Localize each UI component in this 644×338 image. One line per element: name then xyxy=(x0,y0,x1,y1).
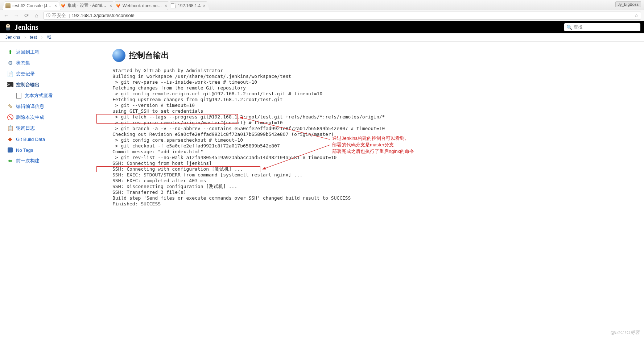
jenkins-favicon-icon xyxy=(5,3,11,8)
gitlab-favicon-icon xyxy=(61,3,66,8)
crumb-build[interactable]: #2 xyxy=(46,35,51,40)
term-icon: ≻_ xyxy=(7,81,14,88)
reload-icon[interactable]: ⟳ xyxy=(23,12,30,19)
insecure-label: 不安全 xyxy=(52,12,66,19)
sidebar: ⬆返回到工程⚙状态集📄变更记录≻_控制台输出文本方式查看✎编辑编译信息🚫删除本次… xyxy=(0,42,102,214)
search-icon: 🔍 xyxy=(566,25,572,30)
browser-tab[interactable]: 集成 · 设置 · Administrat× xyxy=(57,1,116,10)
svg-point-2 xyxy=(7,25,8,26)
content-area: 控制台输出 Started by GitLab push by Administ… xyxy=(102,42,396,214)
home-icon[interactable]: ⌂ xyxy=(33,12,40,18)
sidebar-item-label: 状态集 xyxy=(16,60,30,66)
jenkins-header: Jenkins 🔍 xyxy=(0,21,644,33)
build-status-orb-icon xyxy=(112,49,125,62)
omnibox[interactable]: ⓘ 不安全 | 192.168.1.3/job/test/2/console ☆ xyxy=(44,12,641,20)
tab-label: test #2 Console [Jenkin xyxy=(12,3,52,8)
sidebar-item-label: 删除本次生成 xyxy=(16,114,44,121)
tab-close-icon[interactable]: × xyxy=(110,3,112,8)
forward-icon: → xyxy=(13,12,20,18)
jenkins-brand[interactable]: Jenkins xyxy=(15,23,38,32)
git-icon: ◆ xyxy=(7,135,14,143)
page-title: 控制台输出 xyxy=(129,50,169,61)
sidebar-item-label: 轮询日志 xyxy=(16,125,35,132)
sidebar-item-label: 控制台输出 xyxy=(16,82,40,88)
insecure-icon: ⓘ xyxy=(46,12,50,18)
crumb-jenkins[interactable]: Jenkins xyxy=(5,35,20,40)
browser-tab-strip: test #2 Console [Jenkin×集成 · 设置 · Admini… xyxy=(0,0,644,10)
sidebar-item-no-tags[interactable]: No Tags xyxy=(5,145,102,155)
tab-label: 192.168.1.4 xyxy=(178,3,201,8)
svg-point-3 xyxy=(8,25,9,26)
browser-tab[interactable]: Webhook does not wo× xyxy=(112,1,171,10)
clip-icon: 📋 xyxy=(7,125,14,132)
search-input[interactable] xyxy=(574,25,635,30)
sidebar-item-view-as-text[interactable]: 文本方式查看 xyxy=(5,90,102,101)
url-text: 192.168.1.3/job/test/2/console xyxy=(71,13,134,18)
left-icon: ⬅ xyxy=(7,157,14,164)
sidebar-item-label: No Tags xyxy=(16,147,33,153)
sidebar-item-git-build-data[interactable]: ◆Git Build Data xyxy=(5,134,102,145)
browser-tab[interactable]: 192.168.1.4× xyxy=(168,1,209,10)
sidebar-item-label: 变更记录 xyxy=(16,71,35,77)
back-icon[interactable]: ← xyxy=(3,12,9,18)
sidebar-item-changes[interactable]: 📄变更记录 xyxy=(5,68,102,79)
sidebar-item-previous-build[interactable]: ⬅前一次构建 xyxy=(5,155,102,166)
txt-icon xyxy=(15,92,22,99)
sidebar-item-label: 文本方式查看 xyxy=(25,92,53,99)
profile-badge[interactable]: Jy_BigBoss xyxy=(615,1,641,7)
tab-label: Webhook does not wo xyxy=(123,3,162,8)
sidebar-item-back-to-project[interactable]: ⬆返回到工程 xyxy=(5,47,102,58)
annotation-text: 通过Jenkins构建的控制台可以看到,部署的代码分支是master分支部署完成… xyxy=(332,135,414,155)
sidebar-item-status[interactable]: ⚙状态集 xyxy=(5,58,102,68)
tab-close-icon[interactable]: × xyxy=(54,3,57,8)
sidebar-item-edit-build-info[interactable]: ✎编辑编译信息 xyxy=(5,101,102,112)
bookmark-star-icon[interactable]: ☆ xyxy=(634,13,639,18)
gitlab-favicon-icon xyxy=(116,3,121,8)
sidebar-item-label: 前一次构建 xyxy=(16,158,40,164)
pencil-icon: ✎ xyxy=(7,103,14,110)
tab-label: 集成 · 设置 · Administrat xyxy=(67,3,107,9)
svg-rect-1 xyxy=(6,28,10,30)
breadcrumb: Jenkins › test › #2 xyxy=(0,33,644,42)
browser-tab[interactable]: test #2 Console [Jenkin× xyxy=(2,1,61,10)
browser-address-bar: ← → ⟳ ⌂ ⓘ 不安全 | 192.168.1.3/job/test/2/c… xyxy=(0,10,644,21)
tab-close-icon[interactable]: × xyxy=(165,3,167,8)
sidebar-item-polling-log[interactable]: 📋轮询日志 xyxy=(5,123,102,134)
sidebar-item-label: 返回到工程 xyxy=(16,49,40,55)
sidebar-item-label: 编辑编译信息 xyxy=(16,103,44,110)
up-icon: ⬆ xyxy=(7,49,14,56)
crumb-job[interactable]: test xyxy=(30,35,37,40)
jenkins-logo-icon xyxy=(4,23,12,32)
gear-icon: ⚙ xyxy=(7,59,14,67)
page-favicon-icon xyxy=(171,3,176,8)
doc-icon: 📄 xyxy=(7,70,14,78)
sidebar-item-console-output[interactable]: ≻_控制台输出 xyxy=(5,79,102,90)
sidebar-item-label: Git Build Data xyxy=(16,137,45,142)
sidebar-item-delete-build[interactable]: 🚫删除本次生成 xyxy=(5,112,102,123)
forbid-icon: 🚫 xyxy=(7,114,14,121)
tab-close-icon[interactable]: × xyxy=(203,3,205,8)
jenkins-search[interactable]: 🔍 xyxy=(564,23,640,31)
tag-icon xyxy=(7,146,14,154)
